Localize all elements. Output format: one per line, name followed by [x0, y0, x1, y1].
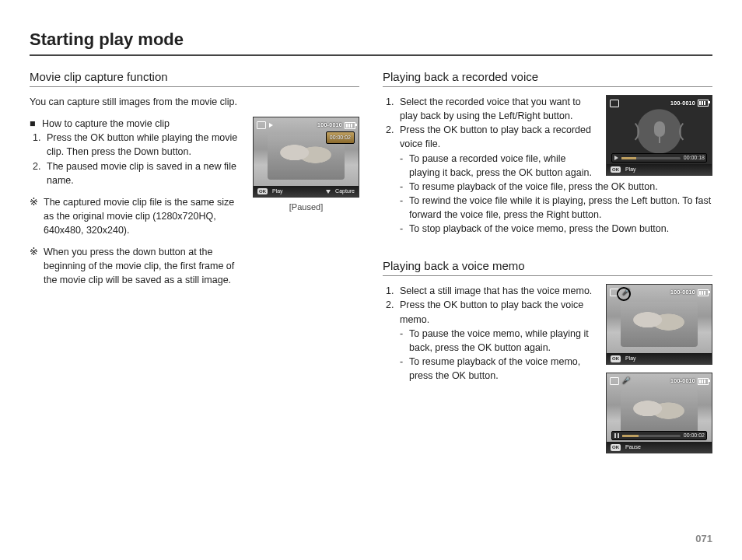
substep-text: To resume playback of the voice file, pr… [409, 180, 658, 194]
progress-track [621, 157, 681, 159]
step-number: 2. [386, 298, 397, 326]
play-label: Play [625, 166, 636, 173]
progress-bar: 00:00:02 [611, 431, 707, 440]
pause-label: Pause [625, 443, 641, 451]
step-text: Press the OK button while playing the mo… [47, 131, 245, 159]
battery-icon [698, 378, 709, 385]
dash-bullet: - [400, 180, 406, 194]
dash-bullet: - [400, 194, 406, 222]
microphone-icon [654, 121, 665, 137]
play-label: Play [272, 187, 283, 195]
play-mode-icon [610, 377, 619, 385]
step-text: Press the OK button to play back the voi… [400, 298, 598, 326]
step-number: 1. [33, 131, 44, 159]
step-number: 2. [33, 159, 44, 187]
step-text: Select the recorded voice that you want … [400, 95, 598, 123]
right-column: Playing back a recorded voice 1.Select t… [383, 70, 712, 461]
dash-bullet: - [400, 222, 406, 236]
osd-bottom-bar: OK Play [607, 353, 712, 364]
screenshot-voice-memo-play: 🎤 100-0010 OK Play [606, 284, 712, 365]
timestamp-badge: 00:00:02 [326, 131, 355, 144]
osd-top-bar: 🎤 100-0010 [610, 376, 709, 387]
reference-mark-icon: ※ [30, 245, 40, 287]
page-number: 071 [695, 533, 712, 544]
dash-bullet: - [400, 355, 406, 383]
screenshot-paused-movie: 100-0010 00:00:02 OK Play Capture [253, 117, 359, 198]
play-label: Play [625, 355, 636, 362]
howto-heading: How to capture the movie clip [42, 117, 170, 131]
elapsed-time: 00:00:02 [684, 432, 705, 439]
substep-text: To rewind the voice file while it is pla… [409, 194, 712, 222]
capture-label: Capture [335, 187, 355, 195]
dash-bullet: - [400, 152, 406, 180]
down-arrow-icon [326, 190, 331, 194]
page-title: Starting play mode [30, 30, 712, 56]
battery-icon [345, 122, 355, 129]
osd-top-bar: 100-0010 [257, 120, 355, 131]
battery-icon [698, 289, 709, 296]
step-number: 1. [386, 95, 397, 123]
osd-bottom-bar: OK Play Capture [254, 186, 359, 197]
movie-icon [269, 123, 273, 128]
battery-icon [698, 100, 709, 107]
substep-text: To pause a recorded voice file, while pl… [409, 152, 598, 180]
file-number: 100-0010 [670, 289, 695, 296]
dash-bullet: - [400, 327, 406, 355]
thumbnail-caption: [Paused] [253, 201, 359, 214]
screenshot-voice-memo-pause: 🎤 100-0010 00:00:02 [606, 373, 712, 453]
left-column: Movie clip capture function You can capt… [30, 70, 359, 461]
osd-bottom-bar: OK Pause [607, 442, 712, 453]
section-heading-recorded-voice: Playing back a recorded voice [383, 70, 712, 87]
play-icon [614, 156, 618, 160]
play-mode-icon [257, 121, 266, 129]
play-mode-icon [610, 100, 619, 107]
substep-text: To stop playback of the voice memo, pres… [409, 222, 669, 236]
step-text: Press the OK button to play back a recor… [400, 123, 598, 151]
file-number: 100-0010 [317, 121, 342, 129]
ok-indicator: OK [611, 444, 621, 451]
step-number: 1. [386, 284, 397, 298]
note-text: The captured movie clip file is the same… [44, 195, 245, 237]
substep-text: To pause the voice memo, while playing i… [409, 327, 598, 355]
osd-bottom-bar: OK Play [607, 164, 712, 175]
progress-track [622, 435, 681, 437]
substep-text: To resume playback of the voice memo, pr… [409, 355, 598, 383]
file-number: 100-0010 [670, 377, 695, 385]
pause-icon [614, 433, 619, 438]
reference-mark-icon: ※ [30, 195, 40, 237]
screenshot-voice-playback: 100-0010 00:00:18 OK P [606, 95, 712, 176]
intro-text: You can capture still images from the mo… [30, 95, 359, 109]
square-bullet-icon: ■ [30, 117, 39, 131]
ok-indicator: OK [257, 188, 268, 195]
step-number: 2. [386, 123, 397, 151]
osd-top-bar: 100-0010 [610, 98, 709, 109]
section-heading-movie-clip: Movie clip capture function [30, 70, 359, 87]
step-text: Select a still image that has the voice … [400, 284, 592, 298]
section-heading-voice-memo: Playing back a voice memo [383, 259, 712, 276]
ok-indicator: OK [611, 166, 621, 173]
step-text: The paused movie clip is saved in a new … [47, 159, 245, 187]
voice-memo-icon: 🎤 [622, 376, 630, 386]
progress-bar: 00:00:18 [611, 153, 707, 163]
file-number: 100-0010 [670, 100, 695, 107]
ok-indicator: OK [611, 355, 621, 362]
note-text: When you press the down button at the be… [44, 245, 245, 287]
elapsed-time: 00:00:18 [684, 154, 705, 162]
